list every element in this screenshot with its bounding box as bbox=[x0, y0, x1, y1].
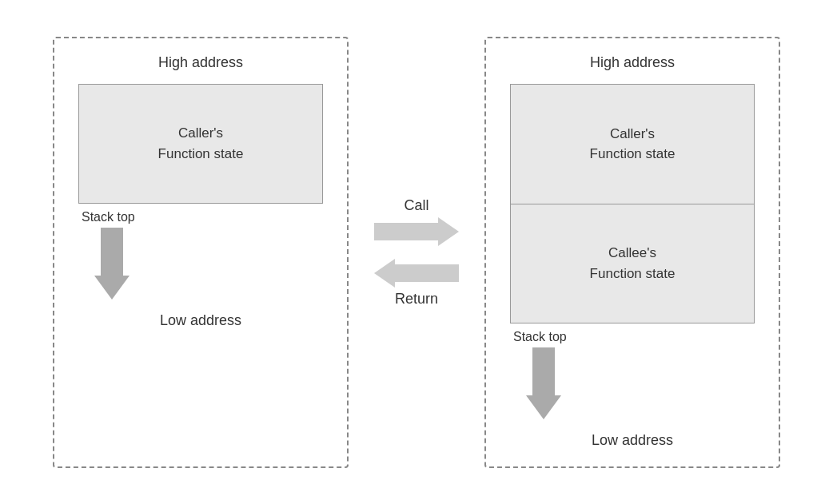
right-callee-box: Callee'sFunction state bbox=[510, 204, 755, 323]
right-caller-box: Caller'sFunction state bbox=[510, 84, 755, 204]
left-stack-top-area: Stack top bbox=[78, 210, 323, 300]
left-arrow-head bbox=[94, 276, 130, 300]
call-arrow-body bbox=[374, 223, 438, 240]
left-diagram: High address Caller'sFunction state Stac… bbox=[53, 37, 349, 468]
middle-section: Call Return bbox=[349, 197, 484, 308]
left-high-address-label: High address bbox=[158, 54, 243, 71]
left-caller-text: Caller'sFunction state bbox=[158, 123, 244, 164]
left-low-address-label: Low address bbox=[160, 312, 241, 329]
right-low-address-label: Low address bbox=[592, 432, 673, 449]
left-caller-box: Caller'sFunction state bbox=[78, 84, 323, 204]
return-label: Return bbox=[395, 291, 438, 308]
return-section: Return bbox=[374, 259, 459, 308]
return-arrow bbox=[374, 259, 459, 288]
right-high-address-label: High address bbox=[590, 54, 675, 71]
right-arrow-down bbox=[526, 347, 561, 419]
left-arrow-down bbox=[94, 228, 130, 300]
call-arrow bbox=[374, 217, 459, 246]
right-caller-text: Caller'sFunction state bbox=[590, 124, 676, 165]
right-stack-top-area: Stack top bbox=[510, 330, 755, 419]
call-section: Call bbox=[374, 197, 459, 246]
right-arrow-shaft bbox=[532, 347, 555, 395]
left-stack-top-label: Stack top bbox=[82, 210, 135, 224]
call-label: Call bbox=[404, 197, 428, 214]
left-arrow-shaft bbox=[101, 228, 123, 276]
call-arrow-head bbox=[438, 217, 459, 246]
main-container: High address Caller'sFunction state Stac… bbox=[17, 17, 816, 488]
right-arrow-head bbox=[526, 395, 561, 419]
right-diagram: High address Caller'sFunction state Call… bbox=[484, 37, 780, 468]
return-arrow-body bbox=[395, 264, 459, 282]
right-callee-text: Callee'sFunction state bbox=[590, 243, 676, 284]
return-arrow-head bbox=[374, 259, 395, 288]
right-boxes-stack: Caller'sFunction state Callee'sFunction … bbox=[510, 84, 755, 323]
right-stack-top-label: Stack top bbox=[513, 330, 567, 344]
